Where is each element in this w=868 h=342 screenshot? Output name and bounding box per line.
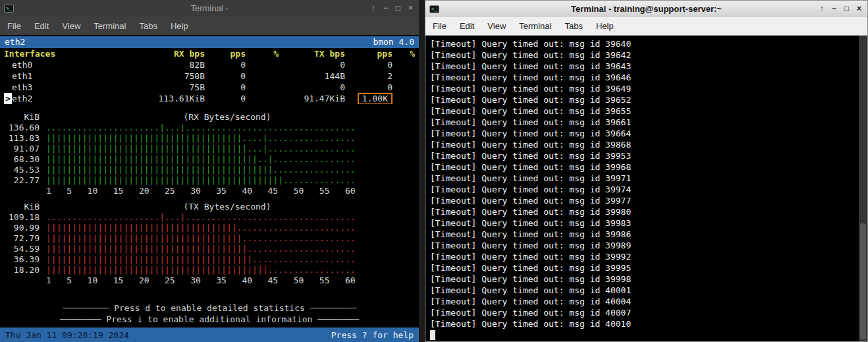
tx-graph-bars: ......................|...|.............… [46,212,356,223]
tx-pct-value [393,59,415,71]
interface-row[interactable]: > eth3 75B 0 0 0 [4,82,415,93]
tx-graph-row: 90.99 ||||||||||||||||||||||||||||||||||… [4,223,415,233]
left-window-title: Terminal - [0,3,419,13]
selection-marker: > [4,93,12,104]
log-line: [Timeout] Query timed out: msg id 40004 [430,296,854,307]
left-titlebar[interactable]: >_ Terminal - ↑ − □ × [0,0,419,16]
rx-graph-bars: ||||||||||||||||||||||||||||||||||||||||… [46,175,356,186]
bmon-clock: Thu Jan 11 09:20:19 2024 [5,330,129,340]
interface-table: > eth0 82B 0 0 0 > eth1 [4,59,415,104]
menu-item[interactable]: Edit [34,21,49,31]
rx-y-tick: 136.60 [4,123,40,133]
rx-y-tick: 113.83 [4,133,40,144]
interface-row[interactable]: > eth1 758B 0 144B 2 [4,71,415,82]
right-menubar: FileEditViewTerminalTabsHelp [425,17,867,36]
right-window-controls: ↑ − □ × [820,1,867,17]
tx-bps-value: 0 [289,59,345,71]
rx-graph-bars: ||||||||||||||||||||||||||||||||||||||||… [46,154,356,165]
rx-graph-title: (RX Bytes/second) [40,112,415,123]
tx-graph: KiB (TX Bytes/second) 109.18 ...........… [4,202,415,286]
tx-graph-row: 36.39 ||||||||||||||||||||||||||||||||||… [4,254,415,265]
interface-row[interactable]: > eth0 82B 0 0 0 [4,59,415,71]
rx-y-tick: 22.77 [4,175,40,186]
interface-table-header: Interfaces RX bps pps % TX bps pps % [4,48,415,59]
shade-icon[interactable]: ↑ [820,1,824,17]
bmon-terminal-window: >_ Terminal - ↑ − □ × FileEditViewTermin… [0,0,419,342]
close-icon[interactable]: × [408,0,413,16]
maximize-icon[interactable]: □ [844,1,849,17]
log-line: [Timeout] Query timed out: msg id 39664 [430,128,854,139]
rx-pct-value [246,93,279,104]
right-titlebar[interactable]: >_ Terminal - training@support-server:~ … [425,1,867,17]
header-tx-bps: TX bps [289,48,345,59]
scrollbar[interactable] [859,36,867,341]
tx-pct-value [393,71,415,82]
menu-item[interactable]: File [433,21,447,31]
interface-name: eth0 [12,59,32,71]
maximize-icon[interactable]: □ [396,0,400,16]
tx-y-tick: 18.20 [4,265,40,275]
menu-item[interactable]: Help [171,21,188,31]
minimize-icon[interactable]: − [832,1,836,17]
scrollbar-thumb[interactable] [860,223,866,339]
log-line: [Timeout] Query timed out: msg id 39953 [430,150,854,161]
rx-pct-value [246,71,279,82]
log-line: [Timeout] Query timed out: msg id 39980 [430,206,854,217]
rx-graph-unit: KiB [4,112,40,123]
terminal-cursor [430,330,435,340]
rx-x-axis: 1 5 10 15 20 25 30 35 40 45 50 55 60 [46,186,356,196]
header-tx-pct: % [393,48,415,59]
rx-y-tick: 68.30 [4,154,40,165]
header-rx-pps: pps [205,48,246,59]
bmon-footer: ───────── Press d to enable detailed sta… [4,302,415,325]
interface-name: eth1 [12,71,32,82]
interface-name: eth2 [12,93,32,104]
rx-bps-value: 113.61KiB [142,93,205,104]
log-terminal-window: >_ Terminal - training@support-server:~ … [425,0,868,342]
tx-graph-bars: ||||||||||||||||||||||||||||||||||||||||… [46,254,356,265]
terminal-icon: >_ [429,5,439,13]
tx-pps-value: 2 [387,71,393,81]
menu-item[interactable]: View [62,21,80,31]
interface-name: eth3 [12,82,32,93]
menu-item[interactable]: Tabs [139,21,157,31]
interface-row[interactable]: > eth2 113.61KiB 0 91.47KiB 1.00K [4,93,415,104]
log-line: [Timeout] Query timed out: msg id 39986 [430,229,854,240]
tx-y-tick: 36.39 [4,254,40,265]
close-icon[interactable]: × [857,1,861,17]
header-rx-bps: RX bps [142,48,205,59]
menu-item[interactable]: Terminal [94,21,126,31]
bmon-screen: eth2 bmon 4.0 Interfaces RX bps pps % TX… [0,35,419,328]
menu-item[interactable]: View [487,21,506,31]
log-line: [Timeout] Query timed out: msg id 39977 [430,195,854,206]
shade-icon[interactable]: ↑ [371,0,375,16]
log-line: [Timeout] Query timed out: msg id 40007 [430,307,854,318]
rx-graph-row: 136.60 ......................|...|......… [4,123,415,133]
log-line: [Timeout] Query timed out: msg id 39968 [430,161,854,173]
log-line: [Timeout] Query timed out: msg id 39652 [430,94,854,105]
log-line: [Timeout] Query timed out: msg id 39655 [430,105,854,117]
menu-item[interactable]: Help [596,21,614,31]
log-line: [Timeout] Query timed out: msg id 39643 [430,61,854,72]
bmon-selected-interface: eth2 [5,36,25,48]
rx-pps-value: 0 [205,82,246,93]
tx-graph-row: 18.20 ||||||||||||||||||||||||||||||||||… [4,265,415,275]
minimize-icon[interactable]: − [383,0,388,16]
bmon-help-hint: Press ? for help [331,330,414,340]
tx-graph-unit: KiB [4,202,40,212]
menu-item[interactable]: Terminal [519,21,551,31]
tx-graph-title: (TX Bytes/second) [40,202,415,212]
log-line: [Timeout] Query timed out: msg id 39646 [430,72,854,83]
menu-item[interactable]: Edit [460,21,474,31]
log-line: [Timeout] Query timed out: msg id 39868 [430,139,854,150]
left-menubar: FileEditViewTerminalTabsHelp [0,16,419,35]
rx-bps-value: 82B [142,59,205,71]
rx-pct-value [246,59,279,71]
log-line: [Timeout] Query timed out: msg id 39992 [430,251,854,262]
menu-item[interactable]: File [7,21,21,31]
left-window-controls: ↑ − □ × [371,0,419,16]
rx-graph-row: 45.53 ||||||||||||||||||||||||||||||||||… [4,165,415,175]
menu-item[interactable]: Tabs [564,21,582,31]
header-rx-pct: % [246,48,279,59]
log-line: [Timeout] Query timed out: msg id 39983 [430,217,854,229]
